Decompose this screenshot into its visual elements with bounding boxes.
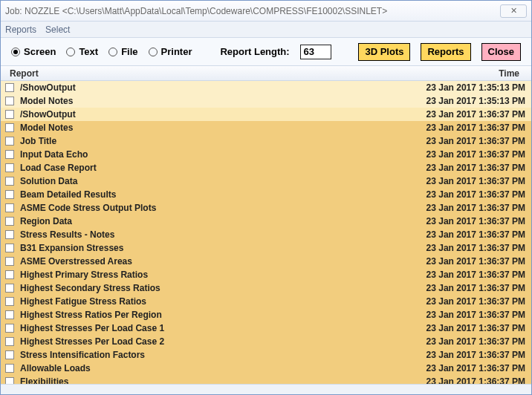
- table-row[interactable]: Model Notes23 Jan 2017 1:36:37 PM: [1, 121, 531, 134]
- row-report-name: Highest Stresses Per Load Case 2: [20, 336, 400, 347]
- table-row[interactable]: Highest Stresses Per Load Case 223 Jan 2…: [1, 335, 531, 348]
- row-checkbox[interactable]: [5, 284, 14, 293]
- table-row[interactable]: Region Data23 Jan 2017 1:36:37 PM: [1, 215, 531, 228]
- table-row[interactable]: /ShowOutput23 Jan 2017 1:35:13 PM: [1, 81, 531, 94]
- row-time: 23 Jan 2017 1:36:37 PM: [400, 123, 527, 133]
- table-row[interactable]: Stress Intensification Factors23 Jan 201…: [1, 348, 531, 362]
- header-report[interactable]: Report: [5, 68, 415, 79]
- row-checkbox[interactable]: [5, 270, 14, 279]
- row-report-name: Stress Intensification Factors: [20, 350, 400, 360]
- row-report-name: Stress Results - Notes: [20, 229, 400, 240]
- table-row[interactable]: Allowable Loads23 Jan 2017 1:36:37 PM: [1, 362, 531, 375]
- table-row[interactable]: B31 Expansion Stresses23 Jan 2017 1:36:3…: [1, 241, 531, 255]
- row-checkbox[interactable]: [5, 230, 14, 239]
- table-row[interactable]: Load Case Report23 Jan 2017 1:36:37 PM: [1, 161, 531, 174]
- row-checkbox[interactable]: [5, 123, 14, 132]
- row-checkbox[interactable]: [5, 324, 14, 333]
- row-time: 23 Jan 2017 1:36:37 PM: [400, 336, 527, 347]
- reports-button[interactable]: Reports: [421, 43, 470, 61]
- row-time: 23 Jan 2017 1:35:13 PM: [400, 96, 527, 106]
- row-checkbox[interactable]: [5, 377, 14, 384]
- table-row[interactable]: Highest Primary Stress Ratios23 Jan 2017…: [1, 268, 531, 281]
- row-checkbox[interactable]: [5, 257, 14, 266]
- row-time: 23 Jan 2017 1:36:37 PM: [400, 109, 527, 120]
- radio-dot-icon: [108, 48, 117, 56]
- row-time: 23 Jan 2017 1:36:37 PM: [400, 189, 527, 200]
- row-time: 23 Jan 2017 1:36:37 PM: [400, 350, 527, 360]
- table-row[interactable]: Job Title23 Jan 2017 1:36:37 PM: [1, 134, 531, 148]
- row-checkbox[interactable]: [5, 97, 14, 105]
- row-report-name: Region Data: [20, 216, 400, 226]
- row-time: 23 Jan 2017 1:36:37 PM: [400, 149, 527, 160]
- menu-select[interactable]: Select: [45, 25, 70, 35]
- table-row[interactable]: Highest Stresses Per Load Case 123 Jan 2…: [1, 321, 531, 335]
- window-close-button[interactable]: ✕: [500, 4, 527, 18]
- row-checkbox[interactable]: [5, 350, 14, 359]
- row-checkbox[interactable]: [5, 177, 14, 186]
- row-checkbox[interactable]: [5, 137, 14, 146]
- row-checkbox[interactable]: [5, 110, 14, 119]
- row-report-name: Highest Stress Ratios Per Region: [20, 310, 400, 320]
- radio-file-label: File: [121, 46, 137, 57]
- table-row[interactable]: ASME Overstressed Areas23 Jan 2017 1:36:…: [1, 255, 531, 268]
- row-time: 23 Jan 2017 1:36:37 PM: [400, 229, 527, 240]
- row-checkbox[interactable]: [5, 190, 14, 199]
- radio-dot-icon: [149, 48, 158, 56]
- row-checkbox[interactable]: [5, 217, 14, 226]
- row-time: 23 Jan 2017 1:36:37 PM: [400, 283, 527, 293]
- table-header: Report Time: [1, 66, 531, 81]
- row-checkbox[interactable]: [5, 150, 14, 159]
- row-time: 23 Jan 2017 1:36:37 PM: [400, 203, 527, 213]
- table-row[interactable]: Highest Stress Ratios Per Region23 Jan 2…: [1, 308, 531, 321]
- row-checkbox[interactable]: [5, 337, 14, 346]
- row-checkbox[interactable]: [5, 310, 14, 319]
- row-report-name: Highest Primary Stress Ratios: [20, 270, 400, 280]
- table-row[interactable]: Input Data Echo23 Jan 2017 1:36:37 PM: [1, 148, 531, 161]
- radio-dot-icon: [66, 48, 75, 56]
- radio-dot-icon: [11, 48, 20, 56]
- table-row[interactable]: ASME Code Stress Output Plots23 Jan 2017…: [1, 201, 531, 215]
- row-checkbox[interactable]: [5, 244, 14, 252]
- table-row[interactable]: Stress Results - Notes23 Jan 2017 1:36:3…: [1, 228, 531, 241]
- toolbar: Screen Text File Printer Report Length: …: [1, 38, 531, 66]
- window-title: Job: NOZZLE <C:\Users\Matt\AppData\Local…: [5, 6, 500, 16]
- header-time[interactable]: Time: [415, 68, 527, 79]
- row-checkbox[interactable]: [5, 297, 14, 306]
- table-row[interactable]: Model Notes23 Jan 2017 1:35:13 PM: [1, 94, 531, 108]
- row-time: 23 Jan 2017 1:36:37 PM: [400, 376, 527, 384]
- table-row[interactable]: Beam Detailed Results23 Jan 2017 1:36:37…: [1, 188, 531, 201]
- radio-screen[interactable]: Screen: [11, 46, 56, 57]
- statusbar: [1, 384, 531, 394]
- row-time: 23 Jan 2017 1:35:13 PM: [400, 82, 527, 93]
- radio-text[interactable]: Text: [66, 46, 98, 57]
- row-report-name: ASME Code Stress Output Plots: [20, 203, 400, 213]
- row-checkbox[interactable]: [5, 163, 14, 172]
- menu-reports[interactable]: Reports: [5, 25, 36, 35]
- table-row[interactable]: /ShowOutput23 Jan 2017 1:36:37 PM: [1, 108, 531, 121]
- row-report-name: Model Notes: [20, 123, 400, 133]
- row-time: 23 Jan 2017 1:36:37 PM: [400, 323, 527, 333]
- row-time: 23 Jan 2017 1:36:37 PM: [400, 256, 527, 267]
- report-length-label: Report Length:: [220, 46, 289, 57]
- row-report-name: ASME Overstressed Areas: [20, 256, 400, 267]
- 3d-plots-button[interactable]: 3D Plots: [358, 43, 410, 61]
- row-checkbox[interactable]: [5, 83, 14, 92]
- app-window: Job: NOZZLE <C:\Users\Matt\AppData\Local…: [0, 0, 532, 395]
- close-button[interactable]: Close: [481, 43, 521, 61]
- menubar: Reports Select: [1, 22, 531, 38]
- radio-printer[interactable]: Printer: [149, 46, 192, 57]
- radio-file[interactable]: File: [108, 46, 137, 57]
- row-report-name: Allowable Loads: [20, 363, 400, 373]
- row-time: 23 Jan 2017 1:36:37 PM: [400, 296, 527, 307]
- table-row[interactable]: Highest Fatigue Stress Ratios23 Jan 2017…: [1, 295, 531, 308]
- row-checkbox[interactable]: [5, 203, 14, 212]
- report-list[interactable]: /ShowOutput23 Jan 2017 1:35:13 PMModel N…: [1, 81, 531, 384]
- radio-printer-label: Printer: [161, 46, 192, 57]
- table-row[interactable]: Solution Data23 Jan 2017 1:36:37 PM: [1, 174, 531, 188]
- row-report-name: Input Data Echo: [20, 149, 400, 160]
- row-checkbox[interactable]: [5, 364, 14, 373]
- row-time: 23 Jan 2017 1:36:37 PM: [400, 136, 527, 146]
- table-row[interactable]: Flexibilities23 Jan 2017 1:36:37 PM: [1, 375, 531, 384]
- report-length-input[interactable]: [300, 45, 331, 59]
- table-row[interactable]: Highest Secondary Stress Ratios23 Jan 20…: [1, 281, 531, 295]
